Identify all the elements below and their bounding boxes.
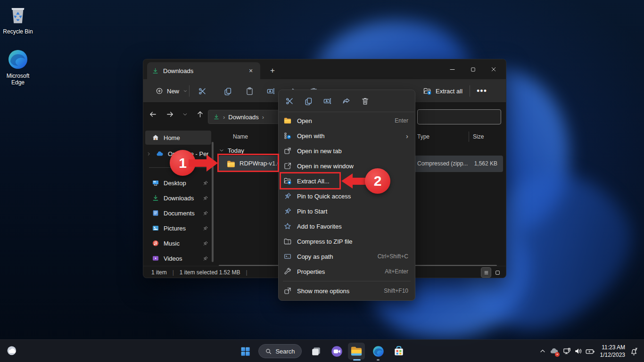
menu-item-show-more-options[interactable]: Show more options Shift+F10 xyxy=(279,283,415,298)
task-view-button[interactable] xyxy=(307,343,324,360)
widgets-button[interactable] xyxy=(4,343,21,360)
downloads-icon xyxy=(152,194,159,202)
large-icons-view-button[interactable] xyxy=(493,268,502,277)
error-badge: × xyxy=(555,352,560,357)
network-icon xyxy=(562,346,572,356)
back-button[interactable] xyxy=(145,107,160,122)
menu-item-open[interactable]: Open Enter xyxy=(279,113,415,128)
menu-item-pin-to-quick-access[interactable]: Pin to Quick access xyxy=(279,189,415,204)
battery-icon xyxy=(585,346,595,356)
wrench-icon xyxy=(283,267,292,276)
forward-button[interactable] xyxy=(162,107,177,122)
tray-show-hidden-icons[interactable] xyxy=(537,343,549,360)
extract-all-button[interactable]: Extract all xyxy=(418,83,467,99)
column-header-type[interactable]: Type xyxy=(417,133,429,140)
pin-icon xyxy=(283,207,292,215)
store-icon xyxy=(393,345,405,357)
new-tab-button[interactable]: + xyxy=(267,65,278,76)
column-header-size[interactable]: Size xyxy=(473,133,484,140)
tray-network[interactable] xyxy=(561,343,573,360)
new-button-label: New xyxy=(167,88,179,95)
paste-button[interactable] xyxy=(240,82,259,99)
delete-icon[interactable] xyxy=(360,96,370,106)
sidebar-item-desktop[interactable]: Desktop xyxy=(145,176,211,190)
show-more-options-icon xyxy=(283,287,292,295)
chevron-up-icon xyxy=(539,347,546,355)
item-count: 1 item xyxy=(151,269,167,276)
pin-icon xyxy=(202,210,208,216)
desktop-icon-microsoft-edge[interactable]: Microsoft Edge xyxy=(0,48,36,86)
annotation-step-2: 2 xyxy=(365,168,390,194)
context-menu: Open Enter Open with › Open in new tab O… xyxy=(278,90,415,301)
documents-icon xyxy=(152,209,159,217)
details-view-button[interactable] xyxy=(481,268,491,277)
breadcrumb[interactable]: Downloads xyxy=(228,114,258,121)
notifications-button[interactable] xyxy=(627,343,640,360)
menu-item-pin-to-start[interactable]: Pin to Start xyxy=(279,204,415,219)
search-button[interactable]: Search xyxy=(258,344,302,358)
chat-button[interactable] xyxy=(328,343,345,360)
expand-chevron-icon[interactable] xyxy=(146,151,151,156)
menu-item-open-in-new-window[interactable]: Open in new window xyxy=(279,158,415,173)
speaker-icon xyxy=(574,346,583,356)
sidebar-item-home[interactable]: Home xyxy=(145,131,211,145)
recent-locations-button[interactable] xyxy=(177,107,192,122)
taskbar: Search × 11:23 AM 1/12/2023 xyxy=(0,339,644,362)
close-button[interactable] xyxy=(483,62,504,77)
minimize-button[interactable] xyxy=(442,62,462,77)
taskbar-clock[interactable]: 11:23 AM 1/12/2023 xyxy=(597,344,625,359)
file-type: Compressed (zipp... xyxy=(417,160,468,167)
rename-icon[interactable] xyxy=(322,96,332,106)
share-icon[interactable] xyxy=(341,96,351,106)
sidebar-item-documents[interactable]: Documents xyxy=(145,206,211,220)
menu-item-compress-to-zip[interactable]: Compress to ZIP file xyxy=(279,234,415,249)
windows-logo-icon xyxy=(239,346,251,357)
sidebar-item-music[interactable]: Music xyxy=(145,236,211,250)
copy-icon[interactable] xyxy=(304,96,313,106)
new-button[interactable]: New xyxy=(151,83,192,99)
search-icon xyxy=(265,348,272,355)
pin-icon xyxy=(202,225,208,231)
up-button[interactable] xyxy=(192,107,207,122)
collapse-chevron-icon[interactable] xyxy=(219,148,224,153)
sidebar-item-downloads[interactable]: Downloads xyxy=(145,191,211,205)
maximize-button[interactable] xyxy=(462,62,483,77)
desktop-icon-recycle-bin[interactable]: Recycle Bin xyxy=(0,4,36,35)
microsoft-store-button[interactable] xyxy=(390,343,407,360)
open-with-icon xyxy=(283,132,292,140)
annotation-arrow-2-head xyxy=(341,173,353,189)
menu-item-open-with[interactable]: Open with › xyxy=(279,128,415,143)
plus-circle-icon xyxy=(156,87,163,95)
tray-battery[interactable] xyxy=(584,343,596,360)
edge-icon xyxy=(372,345,385,358)
menu-item-properties[interactable]: Properties Alt+Enter xyxy=(279,264,415,279)
menu-item-open-in-new-tab[interactable]: Open in new tab xyxy=(279,143,415,158)
column-header-name[interactable]: Name xyxy=(233,133,248,140)
extract-all-label: Extract all xyxy=(436,88,462,95)
search-input[interactable] xyxy=(417,109,501,124)
menu-item-copy-as-path[interactable]: Copy as path Ctrl+Shift+C xyxy=(279,249,415,264)
file-explorer-icon xyxy=(350,345,363,358)
submenu-arrow-icon: › xyxy=(406,132,408,140)
file-explorer-taskbar-button[interactable] xyxy=(348,343,365,360)
sidebar-item-videos[interactable]: Videos xyxy=(145,251,211,265)
downloads-icon xyxy=(152,67,159,74)
cut-button[interactable] xyxy=(193,82,212,99)
see-more-button[interactable]: ••• xyxy=(473,82,490,99)
running-app-indicator xyxy=(377,359,380,361)
tab-downloads[interactable]: Downloads × xyxy=(147,62,260,79)
tray-onedrive[interactable]: × xyxy=(548,343,560,360)
menu-item-add-to-favorites[interactable]: Add to Favorites xyxy=(279,219,415,234)
tab-close-icon[interactable]: × xyxy=(246,66,256,75)
start-button[interactable] xyxy=(237,343,254,360)
annotation-arrow-1-head xyxy=(206,155,218,172)
copy-button[interactable] xyxy=(218,82,237,99)
active-app-indicator xyxy=(353,359,361,361)
tray-volume[interactable] xyxy=(572,343,585,360)
edge-taskbar-button[interactable] xyxy=(370,343,387,360)
cut-icon[interactable] xyxy=(285,96,294,106)
sidebar-item-pictures[interactable]: Pictures xyxy=(145,221,211,235)
pictures-icon xyxy=(152,224,159,232)
rename-button[interactable] xyxy=(261,82,280,99)
file-size: 1,562 KB xyxy=(474,160,497,167)
